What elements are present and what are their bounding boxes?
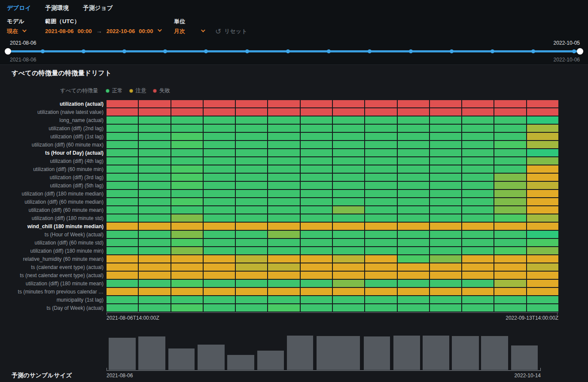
- heatmap-cell[interactable]: [139, 231, 170, 238]
- heatmap-cell[interactable]: [301, 182, 332, 189]
- heatmap-cell[interactable]: [333, 141, 364, 148]
- heatmap-cell[interactable]: [365, 296, 396, 303]
- heatmap-cell[interactable]: [365, 141, 396, 148]
- heatmap-cell[interactable]: [462, 247, 494, 254]
- heatmap-cell[interactable]: [494, 263, 526, 271]
- heatmap-cell[interactable]: [139, 165, 170, 173]
- heatmap-cell[interactable]: [171, 206, 203, 214]
- heatmap-cell[interactable]: [301, 304, 332, 312]
- heatmap-cell[interactable]: [494, 280, 526, 287]
- heatmap-cell[interactable]: [398, 280, 429, 287]
- heatmap-cell[interactable]: [171, 133, 203, 140]
- heatmap-cell[interactable]: [139, 174, 170, 181]
- heatmap-cell[interactable]: [365, 174, 396, 181]
- heatmap-cell[interactable]: [494, 157, 526, 165]
- heatmap-cell[interactable]: [301, 116, 332, 124]
- heatmap-cell[interactable]: [333, 133, 364, 140]
- heatmap-cell[interactable]: [236, 288, 267, 295]
- heatmap-cell[interactable]: [398, 174, 429, 181]
- heatmap-cell[interactable]: [462, 296, 494, 303]
- heatmap-cell[interactable]: [139, 100, 170, 107]
- heatmap-cell[interactable]: [268, 288, 299, 295]
- heatmap-cell[interactable]: [494, 141, 526, 148]
- heatmap-cell[interactable]: [527, 116, 558, 124]
- heatmap-cell[interactable]: [236, 304, 267, 312]
- heatmap-cell[interactable]: [365, 255, 396, 263]
- heatmap-cell[interactable]: [398, 263, 429, 271]
- heatmap-cell[interactable]: [462, 198, 494, 205]
- heatmap-cell[interactable]: [171, 255, 203, 263]
- heatmap-cell[interactable]: [462, 231, 494, 238]
- heatmap-cell[interactable]: [107, 255, 138, 263]
- heatmap-cell[interactable]: [494, 304, 526, 312]
- heatmap-cell[interactable]: [107, 165, 138, 173]
- heatmap-cell[interactable]: [268, 247, 299, 254]
- heatmap-cell[interactable]: [430, 255, 461, 263]
- heatmap-cell[interactable]: [301, 190, 332, 197]
- heatmap-cell[interactable]: [462, 190, 494, 197]
- heatmap-cell[interactable]: [236, 263, 267, 271]
- heatmap-cell[interactable]: [171, 149, 203, 156]
- heatmap-cell[interactable]: [204, 165, 235, 173]
- heatmap-cell[interactable]: [333, 206, 364, 214]
- heatmap-cell[interactable]: [527, 149, 558, 156]
- heatmap-cell[interactable]: [301, 263, 332, 271]
- heatmap-cell[interactable]: [494, 288, 526, 295]
- heatmap-cell[interactable]: [527, 182, 558, 189]
- heatmap-cell[interactable]: [365, 149, 396, 156]
- heatmap-cell[interactable]: [236, 247, 267, 254]
- heatmap-cell[interactable]: [204, 223, 235, 230]
- heatmap-cell[interactable]: [398, 165, 429, 173]
- sample-size-bar[interactable]: [481, 336, 508, 370]
- heatmap-cell[interactable]: [527, 165, 558, 173]
- heatmap-cell[interactable]: [527, 198, 558, 205]
- heatmap-cell[interactable]: [171, 263, 203, 271]
- heatmap-cell[interactable]: [430, 198, 461, 205]
- heatmap-cell[interactable]: [430, 296, 461, 303]
- heatmap-cell[interactable]: [430, 116, 461, 124]
- heatmap-cell[interactable]: [462, 100, 494, 107]
- heatmap-cell[interactable]: [333, 272, 364, 279]
- heatmap-cell[interactable]: [494, 214, 526, 222]
- heatmap-cell[interactable]: [171, 174, 203, 181]
- heatmap-cell[interactable]: [139, 108, 170, 116]
- heatmap-cell[interactable]: [430, 239, 461, 246]
- heatmap-cell[interactable]: [236, 190, 267, 197]
- heatmap-cell[interactable]: [204, 198, 235, 205]
- heatmap-cell[interactable]: [268, 239, 299, 246]
- heatmap-cell[interactable]: [365, 125, 396, 132]
- heatmap-cell[interactable]: [398, 149, 429, 156]
- heatmap-cell[interactable]: [236, 214, 267, 222]
- heatmap-cell[interactable]: [171, 288, 203, 295]
- heatmap-cell[interactable]: [462, 255, 494, 263]
- heatmap-cell[interactable]: [494, 206, 526, 214]
- heatmap-cell[interactable]: [494, 108, 526, 116]
- heatmap-cell[interactable]: [430, 149, 461, 156]
- heatmap-cell[interactable]: [139, 116, 170, 124]
- heatmap-cell[interactable]: [527, 223, 558, 230]
- heatmap-cell[interactable]: [398, 108, 429, 116]
- heatmap-cell[interactable]: [494, 165, 526, 173]
- heatmap-cell[interactable]: [527, 304, 558, 312]
- heatmap-cell[interactable]: [333, 247, 364, 254]
- heatmap-cell[interactable]: [398, 288, 429, 295]
- heatmap-cell[interactable]: [236, 182, 267, 189]
- heatmap-cell[interactable]: [236, 141, 267, 148]
- heatmap-cell[interactable]: [107, 125, 138, 132]
- heatmap-cell[interactable]: [462, 133, 494, 140]
- heatmap-cell[interactable]: [139, 214, 170, 222]
- heatmap-cell[interactable]: [527, 247, 558, 254]
- tab-prediction-environment[interactable]: 予測環境: [45, 4, 69, 12]
- heatmap-cell[interactable]: [494, 239, 526, 246]
- heatmap-cell[interactable]: [398, 198, 429, 205]
- sample-size-bar[interactable]: [168, 348, 195, 370]
- heatmap-cell[interactable]: [139, 239, 170, 246]
- range-picker[interactable]: 2021-08-06 00:00 → 2022-10-06 00:00: [45, 28, 161, 34]
- sample-size-bar[interactable]: [393, 336, 420, 370]
- heatmap-cell[interactable]: [430, 263, 461, 271]
- heatmap-cell[interactable]: [171, 157, 203, 165]
- heatmap-cell[interactable]: [527, 239, 558, 246]
- heatmap-cell[interactable]: [333, 190, 364, 197]
- heatmap-cell[interactable]: [333, 116, 364, 124]
- heatmap-cell[interactable]: [171, 296, 203, 303]
